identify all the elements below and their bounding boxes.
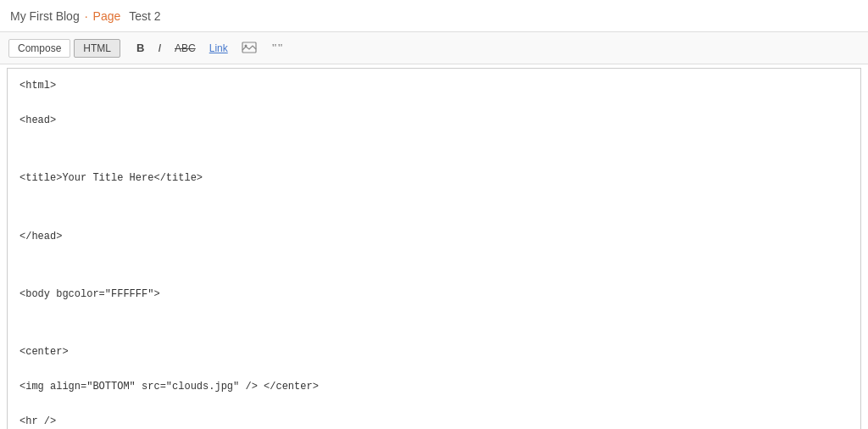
- top-nav: My First Blog · Page Test 2: [0, 0, 868, 32]
- breadcrumb: My First Blog · Page Test 2: [10, 9, 161, 23]
- quote-icon: " ": [270, 41, 286, 53]
- italic-button[interactable]: I: [153, 39, 166, 57]
- editor-container[interactable]: <html> <head> <title>Your Title Here</ti…: [7, 68, 861, 429]
- image-button[interactable]: [236, 39, 262, 58]
- app-container: My First Blog · Page Test 2 Compose HTML…: [0, 0, 868, 429]
- editor-line: [19, 147, 849, 153]
- editor-line: [19, 320, 849, 326]
- editor-line: <title>Your Title Here</title>: [19, 170, 849, 187]
- breadcrumb-separator: ·: [85, 9, 88, 23]
- bold-button[interactable]: B: [131, 39, 149, 57]
- compose-button[interactable]: Compose: [8, 39, 70, 58]
- editor-line: [19, 262, 849, 268]
- strikethrough-button[interactable]: ABC: [170, 40, 201, 57]
- breadcrumb-title: Test 2: [129, 9, 160, 23]
- editor-line: <center>: [19, 343, 849, 360]
- image-icon: [242, 42, 257, 53]
- editor-line: <head>: [19, 112, 849, 129]
- toolbar: Compose HTML B I ABC Link " ": [0, 32, 868, 64]
- svg-text:": ": [277, 41, 283, 53]
- breadcrumb-page[interactable]: Page: [93, 9, 121, 23]
- quote-button[interactable]: " ": [265, 38, 291, 58]
- html-button[interactable]: HTML: [74, 39, 120, 58]
- link-button[interactable]: Link: [204, 40, 233, 57]
- editor-line: <html>: [19, 77, 849, 94]
- editor-line: [19, 204, 849, 210]
- editor-line: </head>: [19, 228, 849, 245]
- breadcrumb-blog: My First Blog: [10, 9, 80, 23]
- editor-line: <img align="BOTTOM" src="clouds.jpg" /> …: [19, 378, 849, 395]
- editor-content[interactable]: <html> <head> <title>Your Title Here</ti…: [8, 69, 860, 429]
- toolbar-divider: [125, 40, 126, 57]
- editor-line: <hr />: [19, 413, 849, 429]
- editor-line: <body bgcolor="FFFFFF">: [19, 286, 849, 303]
